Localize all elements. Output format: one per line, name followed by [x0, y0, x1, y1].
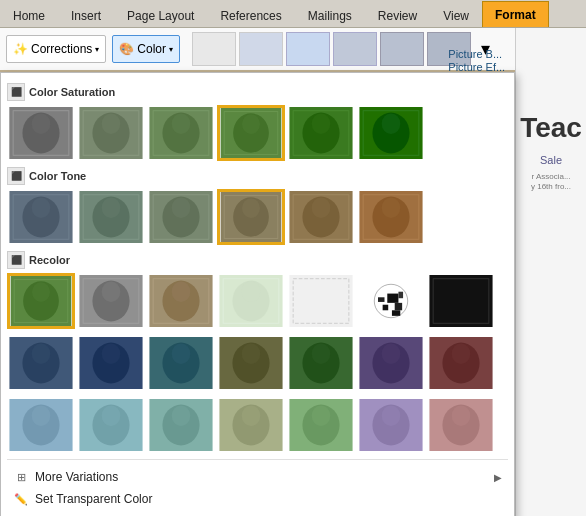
- recolor-row2-grid: [7, 335, 508, 391]
- tone-neutral-thumb[interactable]: [147, 189, 215, 245]
- recolor-blue-thumb[interactable]: [77, 335, 145, 391]
- tab-review[interactable]: Review: [365, 3, 430, 27]
- svg-rect-69: [395, 303, 402, 310]
- svg-point-19: [312, 114, 331, 134]
- svg-point-85: [172, 344, 191, 364]
- saturation-50-thumb[interactable]: [147, 105, 215, 161]
- saturation-100-thumb[interactable]: [287, 105, 355, 161]
- tone-cold-thumb[interactable]: [7, 189, 75, 245]
- tone-grid: [7, 189, 508, 245]
- tone-hot-thumb[interactable]: [357, 189, 425, 245]
- svg-point-106: [172, 406, 191, 426]
- tab-format[interactable]: Format: [482, 1, 549, 27]
- set-transparent-color-item[interactable]: ✏️ Set Transparent Color: [7, 488, 508, 510]
- recolor-olive-thumb[interactable]: [217, 335, 285, 391]
- recolor-green-thumb[interactable]: [287, 335, 355, 391]
- style-thumb-5[interactable]: [380, 32, 424, 66]
- style-thumb-2[interactable]: [239, 32, 283, 66]
- recolor-dark-blue-thumb[interactable]: [7, 335, 75, 391]
- color-button[interactable]: 🎨 Color ▾: [112, 35, 180, 63]
- tab-references[interactable]: References: [207, 3, 294, 27]
- tab-mailings[interactable]: Mailings: [295, 3, 365, 27]
- recolor-section-header: ⬛ Recolor: [7, 251, 508, 269]
- saturation-section-label: Color Saturation: [29, 86, 115, 98]
- picture-style-gallery: [192, 32, 471, 66]
- picture-color-options-item[interactable]: 🖼 Picture Color Options...: [7, 510, 508, 516]
- tab-home[interactable]: Home: [0, 3, 58, 27]
- tab-page-layout[interactable]: Page Layout: [114, 3, 207, 27]
- style-thumb-3[interactable]: [286, 32, 330, 66]
- tone-warmer-thumb[interactable]: [287, 189, 355, 245]
- svg-point-59: [172, 282, 191, 302]
- more-variations-item[interactable]: ⊞ More Variations ▶: [7, 466, 508, 488]
- style-thumb-1[interactable]: [192, 32, 236, 66]
- tone-warm-thumb[interactable]: [217, 189, 285, 245]
- recolor-lt-red-thumb[interactable]: [427, 397, 495, 453]
- recolor-grayscale-thumb[interactable]: [77, 273, 145, 329]
- svg-point-79: [32, 344, 51, 364]
- svg-point-109: [242, 406, 261, 426]
- recolor-washout-thumb[interactable]: [217, 273, 285, 329]
- more-variations-icon: ⊞: [13, 469, 29, 485]
- recolor-black-thumb[interactable]: [427, 273, 495, 329]
- recolor-lt-teal-thumb[interactable]: [147, 397, 215, 453]
- doc-preview-label: Teac Sale r Associa...y 16th fro...: [516, 28, 586, 197]
- color-saturation-section-header: ⬛ Color Saturation: [7, 83, 508, 101]
- svg-point-15: [242, 114, 260, 134]
- recolor-dark-red-thumb[interactable]: [427, 335, 495, 391]
- ribbon-tabs: Home Insert Page Layout References Maili…: [0, 0, 586, 28]
- saturation-75-thumb[interactable]: [217, 105, 285, 161]
- svg-point-100: [32, 406, 51, 426]
- recolor-lt-olive-thumb[interactable]: [217, 397, 285, 453]
- tone-cool-thumb[interactable]: [77, 189, 145, 245]
- saturation-0-thumb[interactable]: [7, 105, 75, 161]
- svg-point-31: [102, 198, 121, 218]
- picture-brightness-option[interactable]: Picture B...: [448, 48, 507, 60]
- svg-point-118: [452, 406, 471, 426]
- recolor-section-icon: ⬛: [7, 251, 25, 269]
- recolor-lt-green-thumb[interactable]: [287, 397, 355, 453]
- svg-point-91: [312, 344, 331, 364]
- saturation-grid: [7, 105, 508, 161]
- svg-rect-71: [398, 292, 403, 299]
- recolor-none-thumb[interactable]: [7, 273, 75, 329]
- transparent-color-icon: ✏️: [13, 491, 29, 507]
- menu-items-section: ⊞ More Variations ▶ ✏️ Set Transparent C…: [7, 459, 508, 516]
- svg-point-35: [172, 198, 191, 218]
- svg-point-3: [32, 114, 51, 134]
- saturation-vivid-thumb[interactable]: [357, 105, 425, 161]
- svg-point-88: [242, 344, 261, 364]
- color-label: Color: [137, 42, 166, 56]
- recolor-lt-cyan-thumb[interactable]: [77, 397, 145, 453]
- svg-point-103: [102, 406, 121, 426]
- svg-rect-73: [392, 310, 400, 316]
- color-tone-section-header: ⬛ Color Tone: [7, 167, 508, 185]
- recolor-purple-thumb[interactable]: [357, 335, 425, 391]
- recolor-bwpattern-thumb[interactable]: [357, 273, 425, 329]
- tab-insert[interactable]: Insert: [58, 3, 114, 27]
- recolor-empty-thumb[interactable]: [287, 273, 355, 329]
- recolor-row3-grid: [7, 397, 508, 453]
- saturation-25-thumb[interactable]: [77, 105, 145, 161]
- recolor-row1-grid: [7, 273, 508, 329]
- more-variations-label: More Variations: [35, 470, 118, 484]
- corrections-button[interactable]: ✨ Corrections ▾: [6, 35, 106, 63]
- svg-rect-68: [387, 294, 398, 303]
- tab-view[interactable]: View: [430, 3, 482, 27]
- recolor-dark-cyan-thumb[interactable]: [147, 335, 215, 391]
- svg-point-51: [32, 282, 50, 302]
- svg-rect-72: [378, 297, 385, 302]
- recolor-sepia-thumb[interactable]: [147, 273, 215, 329]
- svg-rect-65: [289, 275, 352, 327]
- recolor-lt-blue-thumb[interactable]: [7, 397, 75, 453]
- style-thumb-4[interactable]: [333, 32, 377, 66]
- svg-point-27: [32, 198, 51, 218]
- svg-point-97: [452, 344, 471, 364]
- svg-point-7: [102, 114, 121, 134]
- svg-rect-75: [429, 275, 492, 327]
- svg-point-94: [382, 344, 401, 364]
- recolor-lt-purple-thumb[interactable]: [357, 397, 425, 453]
- svg-point-11: [172, 114, 191, 134]
- svg-point-112: [312, 406, 331, 426]
- saturation-section-icon: ⬛: [7, 83, 25, 101]
